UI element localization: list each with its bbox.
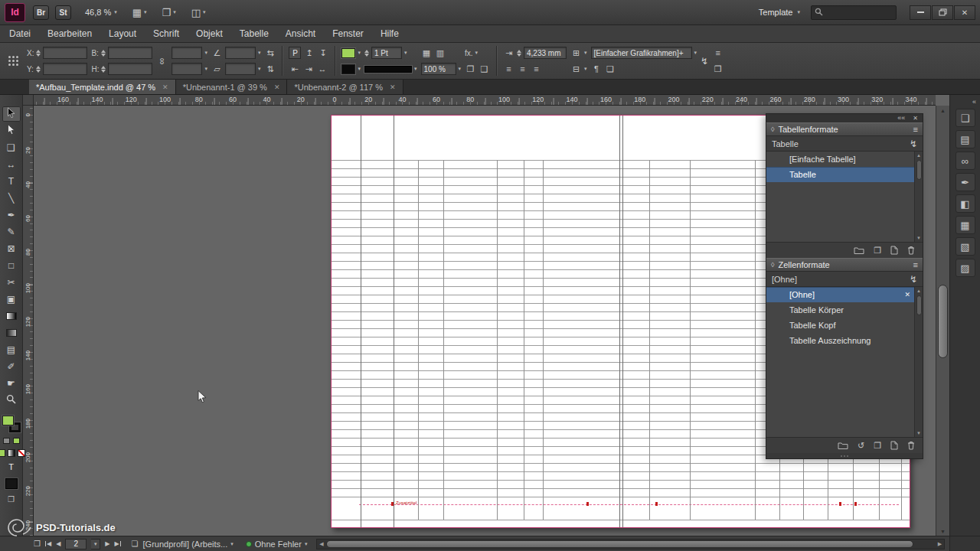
scissors-tool[interactable]: ✂ (2, 275, 21, 290)
flip-vertical-button[interactable]: ⇅ (264, 63, 276, 75)
height-field[interactable] (108, 63, 152, 75)
gradient-feather-tool[interactable] (2, 325, 21, 341)
color-panel-icon[interactable]: ◧ (956, 194, 975, 213)
redefine-style-button[interactable]: ↺ (858, 441, 864, 451)
links-panel-icon[interactable]: ∞ (956, 152, 975, 170)
menu-layout[interactable]: Layout (100, 25, 145, 42)
zoom-tool[interactable] (2, 393, 21, 408)
swap-colors-icon[interactable] (13, 438, 20, 444)
page-tool[interactable]: ❑ (2, 140, 21, 155)
chevron-down-icon[interactable]: ▾ (258, 50, 261, 56)
x-position-field[interactable] (43, 47, 87, 59)
spacing-stepper[interactable] (517, 50, 521, 57)
new-style-group-button[interactable] (838, 442, 848, 450)
scale-y-field[interactable] (172, 63, 202, 75)
formatting-affects-text-toggle[interactable]: T (8, 462, 14, 471)
x-stepper[interactable] (36, 50, 41, 57)
scroll-down-arrow[interactable]: ▼ (936, 527, 949, 536)
menu-bearbeiten[interactable]: Bearbeiten (39, 25, 100, 42)
spacing-field[interactable]: 4,233 mm (524, 47, 567, 59)
table-styles-panel-header[interactable]: ◊ Tabellenformate ≡ (766, 122, 923, 136)
new-style-group-button[interactable] (854, 246, 864, 255)
frame-fitting-icon[interactable]: ⊟ (570, 63, 582, 75)
scroll-thumb[interactable] (916, 295, 922, 315)
default-colors-icon[interactable] (3, 438, 10, 444)
scroll-thumb[interactable] (916, 160, 922, 180)
note-tool[interactable]: ▤ (2, 342, 21, 357)
pen-tool[interactable]: ✒ (2, 207, 21, 223)
gradient-swatch-tool[interactable] (2, 308, 21, 324)
stroke-type-dropdown[interactable] (364, 66, 412, 73)
search-box[interactable] (811, 5, 897, 20)
menu-datei[interactable]: Datei (9, 25, 39, 42)
close-tab-icon[interactable]: ✕ (390, 83, 396, 91)
distribute-icon[interactable]: ↔ (316, 63, 328, 75)
cell-style-tabelle-körper[interactable]: Tabelle Körper (766, 302, 923, 318)
applied-table-style-row[interactable]: Tabelle ↯ (766, 136, 923, 151)
panel-menu-icon[interactable]: ≡ (913, 260, 918, 269)
chevron-down-icon[interactable]: ▾ (204, 66, 207, 72)
menu-hilfe[interactable]: Hilfe (372, 25, 407, 42)
scroll-left-arrow[interactable]: ◀ (317, 540, 325, 549)
panel-resize-grip[interactable] (766, 453, 923, 458)
chevron-down-icon[interactable]: ▾ (358, 50, 361, 56)
y-stepper[interactable] (36, 66, 41, 73)
cell-style-tabelle-kopf[interactable]: Tabelle Kopf (766, 318, 923, 333)
rotate-down-icon[interactable]: ↧ (317, 47, 328, 59)
paragraph-icon[interactable]: ¶ (591, 63, 603, 75)
vertical-scrollbar[interactable]: ▲ ▼ (936, 106, 949, 536)
wrap-icon[interactable]: ❑ (479, 63, 490, 75)
scroll-up-arrow[interactable]: ▲ (936, 106, 949, 115)
fill-color-swatch[interactable] (2, 416, 14, 425)
rotate-up-icon[interactable]: ↥ (303, 47, 315, 59)
chevron-down-icon[interactable]: ▾ (475, 50, 479, 56)
fill-color-swatch[interactable] (341, 48, 355, 58)
menu-ansicht[interactable]: Ansicht (277, 25, 324, 42)
opacity-field[interactable]: 100 % (421, 63, 456, 75)
panel-collapse-icon[interactable]: ◊ (771, 261, 774, 269)
horizontal-scroll-thumb[interactable] (326, 540, 913, 548)
apply-color-button[interactable] (0, 449, 5, 457)
delete-style-button[interactable] (907, 246, 915, 255)
close-tab-icon[interactable]: ✕ (162, 83, 168, 91)
hand-tool[interactable]: ☛ (2, 376, 21, 391)
bridge-button[interactable]: Br (33, 5, 49, 20)
p-button[interactable]: P (289, 47, 301, 59)
stroke-color-swatch[interactable] (341, 64, 355, 74)
applied-cell-style-row[interactable]: [Ohne] ↯ (766, 272, 923, 286)
shear-angle-field[interactable] (225, 63, 256, 75)
gradient-panel-icon[interactable]: ▧ (956, 237, 975, 256)
preview-mode-icon[interactable]: ❐ (8, 495, 15, 504)
table-style-tabelle[interactable]: Tabelle (766, 167, 923, 182)
vertical-ruler[interactable]: 020406080100120140160180200220240 (23, 106, 34, 536)
cell-style-tabelle-auszeichnung[interactable]: Tabelle Auszeichnung (766, 333, 923, 348)
normal-screen-mode-button[interactable] (5, 478, 18, 489)
scroll-down-arrow[interactable]: ▼ (916, 236, 921, 240)
create-new-style-button[interactable] (890, 246, 898, 255)
stock-button[interactable]: St (55, 5, 71, 20)
chevron-down-icon[interactable]: ▾ (414, 66, 417, 72)
quick-apply-icon[interactable]: ↯ (701, 56, 708, 67)
view-options-dropdown[interactable]: ▦▾ (132, 7, 147, 18)
restore-button[interactable] (932, 5, 953, 20)
drop-shadow-icon[interactable]: ❐ (465, 63, 476, 75)
menu-objekt[interactable]: Objekt (188, 25, 231, 42)
cell-styles-panel-header[interactable]: ◊ Zellenformate ≡ (766, 258, 923, 272)
menu-tabelle[interactable]: Tabelle (231, 25, 277, 42)
close-tab-icon[interactable]: ✕ (274, 83, 280, 91)
free-transform-tool[interactable]: ▣ (2, 292, 21, 307)
swatches-panel-icon[interactable]: ▦ (956, 216, 975, 234)
next-spread-button[interactable]: ▶ (105, 540, 109, 547)
selection-tool[interactable] (2, 106, 21, 122)
align-right-edge-icon[interactable]: ⇥ (302, 63, 314, 75)
menu-schrift[interactable]: Schrift (145, 25, 188, 42)
chevron-down-icon[interactable]: ▾ (459, 66, 462, 72)
y-position-field[interactable] (43, 63, 87, 75)
rotation-angle-field[interactable] (225, 47, 256, 59)
apply-none-button[interactable] (18, 449, 25, 457)
stroke-weight-field[interactable]: 1 Pt (371, 47, 402, 59)
align-bottom-icon[interactable]: ≡ (531, 63, 542, 75)
gap-tool[interactable]: ↔ (2, 157, 21, 172)
scale-x-field[interactable] (172, 47, 202, 59)
preflight-icon[interactable]: ❏ (132, 540, 139, 548)
